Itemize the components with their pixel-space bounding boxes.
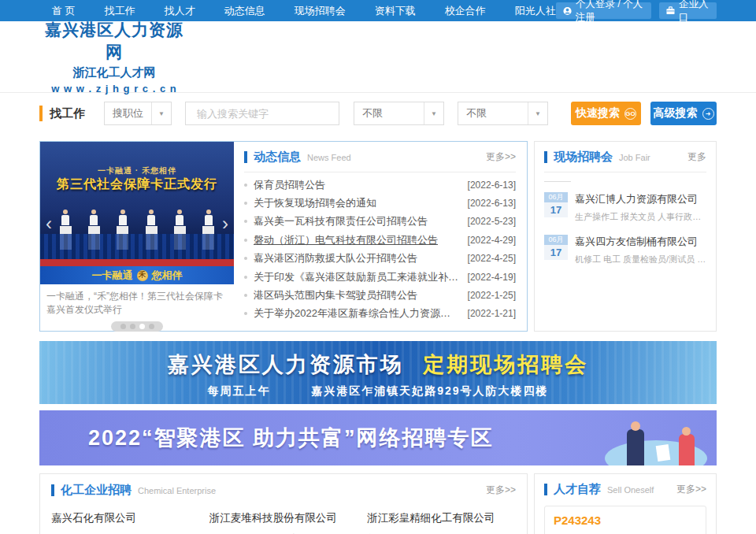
enterprise-entry-button[interactable]: 企业入口 (659, 2, 717, 19)
person-icon (563, 6, 572, 17)
nav-item[interactable]: 首 页 (52, 4, 76, 18)
news-item-title[interactable]: 嘉兴美一瓦科技有限责任公司招聘公告 (254, 214, 468, 228)
filter1-select[interactable]: 不限 ▼ (354, 102, 444, 125)
accent-bar (39, 106, 43, 121)
filter2-select[interactable]: 不限 ▼ (458, 102, 548, 125)
jobfair-panel-subtitle: Job Fair (619, 153, 650, 162)
jobfair-item: 06月 17 嘉兴四方友信制桶有限公司 机修工 电工 质量检验员/测试员 叉车.… (544, 235, 706, 265)
section-bar (244, 151, 247, 163)
jobfair-list: 06月 17 嘉兴汇博人力资源有限公司 生产操作工 报关文员 人事行政助理...… (544, 192, 706, 265)
keyword-search-box (185, 102, 339, 125)
quick-search-label: 快速搜索 (576, 106, 620, 121)
section-bar (51, 484, 54, 496)
news-item-title[interactable]: 关于举办2022年港区新春综合性人力资源暨春风... (254, 306, 468, 321)
jobfair-market-banner[interactable]: 嘉兴港区人力资源市场 定期现场招聘会 每周五上午 嘉兴港区乍浦镇天妃路929号人… (39, 341, 717, 404)
news-item-title[interactable]: 嘉兴港区消防救援大队公开招聘公告 (254, 251, 468, 265)
carousel-dot[interactable] (139, 324, 145, 329)
nav-item[interactable]: 校企合作 (445, 4, 486, 18)
nav-item[interactable]: 阳光人社 (515, 4, 556, 18)
quick-search-button[interactable]: 快速搜索 GO (571, 102, 641, 125)
site-logo[interactable]: 嘉兴港区人力资源网 浙江化工人才网 w w w . z j h g r c . … (43, 19, 185, 95)
nav-item[interactable]: 资料下载 (375, 4, 416, 18)
news-item-date: [2022-6-13] (468, 180, 516, 191)
jobfair-more-link[interactable]: 更多 (687, 150, 706, 164)
chem-company-name[interactable]: 浙江麦堆科技股份有限公司 (209, 511, 358, 525)
carousel-caption[interactable]: 一卡融通，“禾”您相伴！第三代社会保障卡嘉兴首发仪式举行 (40, 284, 234, 317)
news-item: 港区码头范围内集卡驾驶员招聘公告 [2022-1-25] (244, 286, 516, 304)
carousel-prev-button[interactable]: ‹ (46, 214, 52, 233)
news-item: 磐动（浙江）电气科技有限公司招聘公告 [2022-4-29] (244, 231, 516, 249)
section-bar (544, 151, 547, 163)
news-item-date: [2022-1-25] (468, 290, 516, 301)
jobfair-company[interactable]: 嘉兴四方友信制桶有限公司 (575, 235, 706, 249)
news-more-link[interactable]: 更多>> (486, 150, 516, 164)
nav-item[interactable]: 找工作 (105, 4, 135, 18)
date-badge-month: 06月 (544, 235, 568, 245)
news-item-title[interactable]: 磐动（浙江）电气科技有限公司招聘公告 (254, 233, 468, 247)
bullet-icon (244, 257, 247, 260)
slide-red-carpet (40, 259, 234, 266)
jobfair-item: 06月 17 嘉兴汇博人力资源有限公司 生产操作工 报关文员 人事行政助理... (544, 192, 706, 223)
banner1-title-main: 嘉兴港区人力资源市场 (168, 353, 404, 376)
news-item-title[interactable]: 关于印发《嘉兴港区鼓励新员工来港就业补助操作... (254, 270, 468, 284)
bullet-icon (244, 294, 247, 297)
slide-top-line: 一卡融通 · 禾您相伴 (40, 165, 234, 176)
banner2-title: 2022“智聚港区 助力共富”网络招聘专区 (88, 424, 494, 452)
date-badge-month: 06月 (544, 192, 568, 202)
talent-card: P243243 男 ｜ 嘉兴市->嘉兴港区 ｜ 八年以上 (544, 506, 706, 534)
carousel-dots (111, 321, 163, 332)
keyword-input[interactable] (197, 108, 335, 120)
talent-code[interactable]: P243243 (554, 514, 697, 527)
talent-more-link[interactable]: 更多>> (676, 483, 706, 496)
news-item-date: [2022-6-13] (468, 198, 516, 209)
banner2-paper-illustration (656, 444, 671, 462)
news-item: 保育员招聘公告 [2022-6-13] (244, 176, 516, 194)
news-item-title[interactable]: 保育员招聘公告 (254, 178, 468, 192)
jobfair-jobs: 机修工 电工 质量检验员/测试员 叉车... (575, 254, 706, 265)
chem-company-list: 嘉兴石化有限公司 工艺员 设备管理 环卫（残疾工） 浙江麦堆科技股份有限公司 销… (51, 511, 516, 534)
carousel-next-button[interactable]: › (222, 214, 228, 233)
chem-company-name[interactable]: 嘉兴石化有限公司 (51, 511, 200, 525)
news-item-date: [2022-5-23] (468, 216, 516, 227)
main-row: 一卡融通 · 禾您相伴 第三代社会保障卡正式发行 一卡融通 禾 您相伴 (39, 141, 717, 332)
news-item-date: [2022-4-25] (468, 253, 516, 264)
banner2-person-illustration (679, 434, 695, 465)
carousel-dot[interactable] (149, 324, 154, 329)
filter1-select-value: 不限 (354, 102, 424, 124)
jobfair-jobs: 生产操作工 报关文员 人事行政助理... (575, 211, 706, 223)
chem-company: 浙江麦堆科技股份有限公司 销售专员 会计 土建主管 (209, 511, 358, 534)
bullet-icon (244, 220, 247, 223)
nav-item[interactable]: 现场招聘会 (295, 4, 346, 18)
online-recruitment-banner[interactable]: 2022“智聚港区 助力共富”网络招聘专区 (39, 410, 717, 465)
personal-login-label: 个人登录 / 个人注册 (576, 0, 644, 24)
section-bar (544, 484, 547, 495)
slide-footer-banner: 一卡融通 禾 您相伴 (40, 266, 234, 284)
chem-company-name[interactable]: 浙江彩皇精细化工有限公司 (367, 511, 516, 525)
coin-icon: 禾 (137, 270, 148, 281)
news-panel-title: 动态信息 (254, 150, 301, 165)
chem-company: 嘉兴石化有限公司 工艺员 设备管理 环卫（残疾工） (51, 511, 200, 534)
bottom-row: 化工企业招聘 Chemical Enterprise 更多>> 嘉兴石化有限公司… (39, 473, 717, 534)
news-item-title[interactable]: 港区码头范围内集卡驾驶员招聘公告 (254, 288, 468, 302)
advanced-search-button[interactable]: 高级搜索 ➜ (650, 102, 717, 125)
carousel-slide[interactable]: 一卡融通 · 禾您相伴 第三代社会保障卡正式发行 一卡融通 禾 您相伴 (40, 142, 234, 284)
category-select[interactable]: 搜职位 ▼ (104, 102, 172, 125)
news-item-date: [2022-4-19] (468, 272, 516, 283)
site-url: w w w . z j h g r c . c n (43, 83, 185, 95)
chem-company: 浙江彩皇精细化工有限公司 普工（制造科） 营业担当 (367, 511, 516, 534)
chem-more-link[interactable]: 更多>> (486, 484, 516, 497)
talent-panel-subtitle: Sell Oneself (607, 485, 654, 495)
news-item-title[interactable]: 关于恢复现场招聘会的通知 (254, 196, 468, 210)
carousel-dot[interactable] (130, 324, 135, 329)
enterprise-entry-label: 企业入口 (679, 0, 710, 24)
nav-item[interactable]: 找人才 (165, 4, 195, 18)
divider (244, 172, 516, 172)
nav-item[interactable]: 动态信息 (224, 4, 265, 18)
talent-panel-title: 人才自荐 (554, 482, 601, 497)
personal-login-button[interactable]: 个人登录 / 个人注册 (556, 2, 651, 19)
jobfair-panel: 现场招聘会 Job Fair 更多 06月 17 嘉兴汇博人力资源有限公司 生产… (534, 141, 717, 332)
jobfair-company[interactable]: 嘉兴汇博人力资源有限公司 (575, 192, 706, 206)
news-item: 关于恢复现场招聘会的通知 [2022-6-13] (244, 194, 516, 212)
carousel-dot[interactable] (120, 324, 126, 329)
chemical-enterprise-panel: 化工企业招聘 Chemical Enterprise 更多>> 嘉兴石化有限公司… (39, 473, 528, 534)
